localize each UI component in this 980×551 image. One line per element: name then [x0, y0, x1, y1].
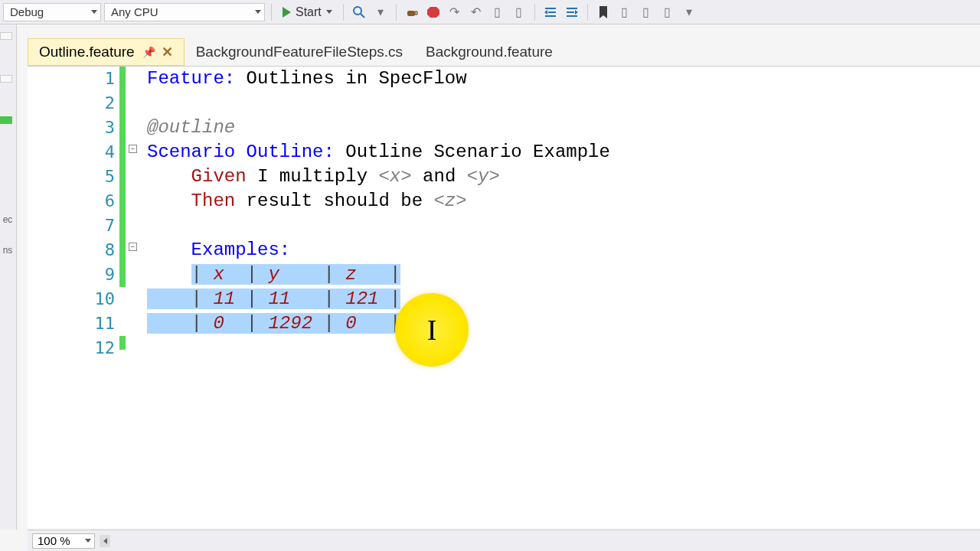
chevron-down-icon	[255, 10, 261, 14]
svg-point-0	[354, 7, 361, 15]
svg-marker-4	[427, 7, 439, 18]
code-content[interactable]: Feature: Outlines in SpecFlow @outline S…	[147, 67, 980, 528]
text-cursor-icon: I	[427, 313, 437, 347]
collapsed-tab[interactable]	[0, 75, 12, 83]
chevron-down-icon	[326, 10, 332, 14]
step-icon[interactable]: ↷	[446, 3, 464, 21]
page-icon[interactable]: ▯	[510, 3, 528, 21]
bookmark-nav-icon[interactable]: ▯	[658, 3, 677, 21]
pin-icon[interactable]: 📌	[142, 46, 155, 58]
indent-icon[interactable]	[563, 3, 581, 21]
change-added	[119, 336, 126, 350]
outdent-icon[interactable]	[541, 3, 560, 21]
collapsed-tab[interactable]	[0, 32, 12, 40]
document-tabs: Outline.feature 📌 ✕ BackgroundFeatureFil…	[28, 37, 564, 66]
tab-background-feature[interactable]: Background.feature	[414, 38, 564, 66]
tab-background-steps[interactable]: BackgroundFeatureFileSteps.cs	[185, 38, 414, 66]
code-line: Examples:	[147, 238, 980, 262]
code-line: | 11 | 11 | 121 |	[147, 287, 980, 311]
line-number: 3	[28, 116, 115, 140]
code-line: Given I multiply <x> and <y>	[147, 165, 980, 189]
svg-marker-12	[575, 10, 578, 15]
change-added	[119, 67, 126, 287]
code-line: Feature: Outlines in SpecFlow	[147, 67, 980, 91]
code-line: Then result should be <z>	[147, 189, 980, 214]
line-number: 4	[28, 140, 115, 165]
fold-toggle[interactable]: −	[129, 145, 137, 153]
strip-indicator	[0, 116, 12, 124]
platform-value: Any CPU	[111, 5, 158, 18]
line-number: 12	[28, 336, 115, 360]
line-number: 7	[28, 214, 115, 238]
zoom-dropdown[interactable]: 100 %	[32, 533, 95, 549]
toolbar-overflow-icon[interactable]: ▾	[680, 3, 698, 21]
tab-label: BackgroundFeatureFileSteps.cs	[196, 44, 403, 60]
code-line	[147, 336, 980, 360]
code-line: | 0 | 1292 | 0 |	[147, 311, 980, 336]
chevron-down-icon	[85, 539, 91, 543]
config-dropdown[interactable]: Debug	[3, 3, 101, 21]
page-icon[interactable]: ▯	[488, 3, 507, 21]
play-icon	[283, 7, 291, 18]
toolbar-separator	[271, 4, 272, 21]
svg-rect-2	[407, 11, 415, 16]
cursor-highlight: I	[395, 293, 469, 367]
tab-outline-feature[interactable]: Outline.feature 📌 ✕	[28, 38, 185, 66]
code-line: @outline	[147, 116, 980, 140]
toolbar-separator	[587, 4, 588, 21]
line-number: 11	[28, 311, 115, 336]
fold-toggle[interactable]: −	[129, 243, 137, 251]
scroll-left-button[interactable]	[100, 535, 110, 547]
toolbar-separator	[534, 4, 535, 21]
bookmark-icon[interactable]	[594, 3, 612, 21]
code-line: | x | y | z |	[147, 262, 980, 287]
editor-footer: 100 %	[28, 530, 980, 551]
code-editor[interactable]: 1 2 3 4 5 6 7 8 9 10 11 12 − − Feature: …	[28, 66, 980, 528]
triangle-left-icon	[103, 538, 107, 544]
zoom-value: 100 %	[38, 534, 70, 547]
tab-label: Outline.feature	[39, 44, 135, 60]
bookmark-nav-icon[interactable]: ▯	[616, 3, 634, 21]
line-number: 2	[28, 91, 115, 116]
svg-marker-8	[544, 10, 547, 15]
stop-icon[interactable]	[424, 3, 443, 21]
line-number: 10	[28, 287, 115, 311]
start-button[interactable]: Start	[278, 2, 337, 22]
tab-label: Background.feature	[426, 44, 553, 60]
line-number: 5	[28, 165, 115, 189]
platform-dropdown[interactable]: Any CPU	[104, 3, 265, 21]
coffee-icon[interactable]	[403, 3, 421, 21]
fold-gutter: − −	[129, 67, 144, 528]
collapsed-label: ec	[0, 214, 15, 225]
toolbar-icon[interactable]: ▾	[371, 3, 390, 21]
bookmark-nav-icon[interactable]: ▯	[637, 3, 655, 21]
change-indicator-bar	[119, 67, 126, 528]
line-number: 9	[28, 262, 115, 287]
svg-line-1	[361, 14, 364, 18]
code-line: Scenario Outline: Outline Scenario Examp…	[147, 140, 980, 165]
find-in-files-icon[interactable]	[350, 3, 368, 21]
close-icon[interactable]: ✕	[162, 44, 173, 60]
config-value: Debug	[10, 5, 44, 18]
line-number: 1	[28, 67, 115, 91]
line-number: 8	[28, 238, 115, 262]
code-line	[147, 91, 980, 116]
line-number-gutter: 1 2 3 4 5 6 7 8 9 10 11 12	[28, 67, 119, 528]
svg-rect-3	[415, 11, 417, 15]
start-label: Start	[296, 5, 322, 19]
step-icon[interactable]: ↶	[467, 3, 485, 21]
collapsed-label: ns	[0, 245, 15, 256]
main-toolbar: Debug Any CPU Start ▾ ↷ ↶ ▯ ▯ ▯ ▯ ▯ ▾	[0, 0, 980, 24]
collapsed-panel-strip[interactable]: ec ns	[0, 24, 17, 530]
code-line	[147, 214, 980, 238]
line-number: 6	[28, 189, 115, 214]
chevron-down-icon	[91, 10, 97, 14]
toolbar-separator	[396, 4, 397, 21]
toolbar-separator	[343, 4, 344, 21]
